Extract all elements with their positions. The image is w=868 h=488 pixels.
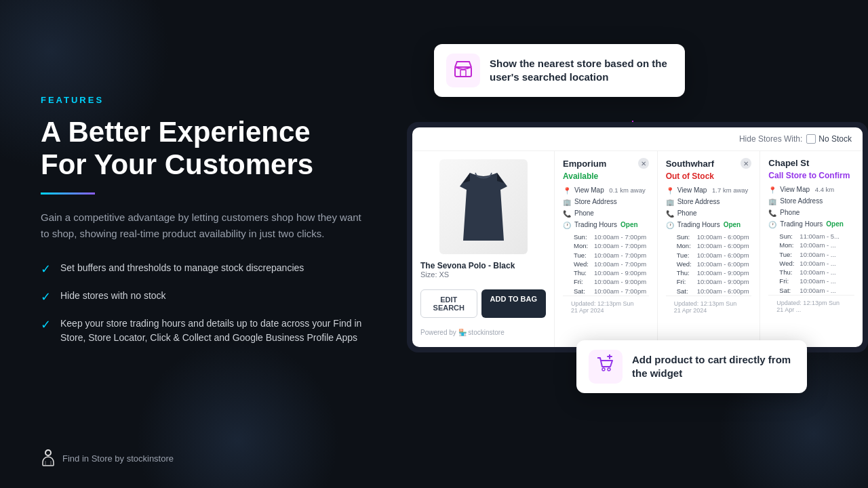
check-icon-2: ✓ <box>41 289 51 304</box>
product-section: The Sevona Polo - Black Size: XS EDIT SE… <box>412 151 555 347</box>
store-map-row-chapelst: 📍 View Map 4.4 km <box>768 186 854 194</box>
clock-icon-chapelst: 🕐 <box>768 221 776 228</box>
no-stock-checkbox[interactable] <box>806 134 816 144</box>
feature-item-2: ✓ Hide stores with no stock <box>41 289 366 304</box>
store-header-emporium: Emporium ✕ <box>563 158 649 169</box>
edit-search-button[interactable]: EDIT SEARCH <box>420 289 477 318</box>
store-dist-southwharf: 1.7 km away <box>710 186 748 194</box>
building-icon-emporium: 🏢 <box>563 199 571 206</box>
widget-content: The Sevona Polo - Black Size: XS EDIT SE… <box>412 151 863 347</box>
store-addr-row-chapelst: 🏢 Store Address <box>768 197 854 205</box>
store-addr-row-emporium: 🏢 Store Address <box>563 198 649 206</box>
store-hours-detail-emporium: Sun:10:00am - 7:00pm Mon:10:00am - 7:00p… <box>563 232 649 296</box>
map-icon-emporium: 📍 <box>563 187 571 195</box>
product-image <box>439 159 528 254</box>
store-dist-emporium: 0.1 km away <box>608 186 646 194</box>
callout-top-icon-box <box>446 54 480 87</box>
left-panel: FEATURES A Better Experience For Your Cu… <box>41 95 366 345</box>
check-icon-3: ✓ <box>41 317 51 332</box>
callout-bottom-icon-box <box>589 350 623 384</box>
store-name-southwharf: Southwharf <box>666 159 715 169</box>
phone-icon-southwharf: 📞 <box>666 210 674 218</box>
store-map-southwharf[interactable]: View Map <box>677 186 707 194</box>
store-phone-southwharf: Phone <box>677 209 697 217</box>
feature-text-2: Hide stores with no stock <box>60 289 166 303</box>
store-updated-emporium: Updated: 12:13pm Sun 21 Apr 2024 <box>563 296 649 319</box>
store-icon <box>454 59 473 82</box>
store-phone-row-emporium: 📞 Phone <box>563 209 649 218</box>
bottom-logo: Find in Store by stockinstore <box>41 447 174 469</box>
product-info: The Sevona Polo - Black Size: XS <box>420 261 546 279</box>
store-col-southwharf: Southwharf ✕ Out of Stock 📍 View Map 1.7… <box>658 151 761 347</box>
callout-top: Show the nearest store based on the user… <box>434 44 685 97</box>
powered-by: Powered by 🏪 stockinstore <box>420 325 546 339</box>
store-hours-label-emporium: Trading Hours <box>574 221 617 228</box>
logo-icon <box>41 447 56 469</box>
store-phone-row-chapelst: 📞 Phone <box>768 209 854 217</box>
store-map-emporium[interactable]: View Map <box>574 186 604 194</box>
widget-inner: Hide Stores With: No Stock <box>412 127 863 347</box>
clock-icon-emporium: 🕐 <box>563 222 571 229</box>
feature-item-3: ✓ Keep your store trading hours and deta… <box>41 317 366 345</box>
feature-text-1: Set buffers and thresholds to manage sto… <box>60 261 304 275</box>
svg-point-0 <box>45 450 51 455</box>
cart-icon <box>595 354 616 379</box>
store-addr-emporium: Store Address <box>574 198 617 205</box>
store-map-row-southwharf: 📍 View Map 1.7 km away <box>666 186 752 195</box>
callout-bottom: Add product to cart directly from the wi… <box>576 340 807 393</box>
store-map-chapelst[interactable]: View Map <box>780 186 810 193</box>
widget-window: Hide Stores With: No Stock <box>407 122 868 352</box>
store-hours-row-southwharf: 🕐 Trading Hours Open <box>666 221 752 229</box>
store-updated-southwharf: Updated: 12:13pm Sun 21 Apr 2024 <box>666 296 752 319</box>
store-updated-chapelst: Updated: 12:13pm Sun 21 Apr ... <box>768 295 854 319</box>
store-name-emporium: Emporium <box>563 159 606 169</box>
store-status-southwharf: Out of Stock <box>666 171 752 181</box>
store-addr-southwharf: Store Address <box>677 198 720 205</box>
callout-bottom-text: Add product to cart directly from the wi… <box>632 353 795 381</box>
stores-section: Emporium ✕ Available 📍 View Map 0.1 km a… <box>555 151 863 347</box>
button-row: EDIT SEARCH ADD TO BAG <box>420 289 546 318</box>
store-phone-row-southwharf: 📞 Phone <box>666 209 752 218</box>
hide-stores-label: Hide Stores With: <box>739 134 802 144</box>
feature-list: ✓ Set buffers and thresholds to manage s… <box>41 261 366 345</box>
widget-header: Hide Stores With: No Stock <box>412 127 863 151</box>
store-hours-label-southwharf: Trading Hours <box>677 221 720 228</box>
close-store-emporium[interactable]: ✕ <box>638 158 649 169</box>
building-icon-chapelst: 🏢 <box>768 198 776 205</box>
heading-divider <box>41 192 95 195</box>
store-name-chapelst: Chapel St <box>768 158 809 168</box>
store-status-emporium: Available <box>563 171 649 181</box>
main-heading: A Better Experience For Your Customers <box>41 116 366 182</box>
store-hours-label-chapelst: Trading Hours <box>780 220 823 228</box>
store-dist-chapelst: 4.4 km <box>813 186 834 193</box>
svg-rect-2 <box>460 70 466 77</box>
close-store-southwharf[interactable]: ✕ <box>741 158 751 169</box>
feature-text-3: Keep your store trading hours and detail… <box>60 317 366 345</box>
phone-icon-emporium: 📞 <box>563 210 571 218</box>
map-icon-chapelst: 📍 <box>768 186 776 194</box>
store-col-emporium: Emporium ✕ Available 📍 View Map 0.1 km a… <box>555 151 658 347</box>
clock-icon-southwharf: 🕐 <box>666 222 674 229</box>
store-hours-detail-chapelst: Sun:11:00am - 5... Mon:10:00am - ... Tue… <box>768 232 854 295</box>
phone-icon-chapelst: 📞 <box>768 209 776 217</box>
logo-text: Find in Store by stockinstore <box>62 453 174 464</box>
features-label: FEATURES <box>41 95 366 105</box>
right-panel: Show the nearest store based on the user… <box>407 81 868 352</box>
store-hours-detail-southwharf: Sun:10:00am - 6:00pm Mon:10:00am - 6:00p… <box>666 232 752 296</box>
store-map-row-emporium: 📍 View Map 0.1 km away <box>563 186 649 195</box>
svg-point-4 <box>608 368 610 371</box>
store-hours-row-emporium: 🕐 Trading Hours Open <box>563 221 649 229</box>
check-icon-1: ✓ <box>41 262 51 277</box>
product-name: The Sevona Polo - Black <box>420 261 546 270</box>
store-hours-open-chapelst: Open <box>826 220 844 228</box>
add-to-bag-button[interactable]: ADD TO BAG <box>481 289 546 318</box>
product-size: Size: XS <box>420 270 546 279</box>
no-stock-label: No Stock <box>818 134 852 144</box>
store-phone-emporium: Phone <box>574 209 594 217</box>
store-hours-open-emporium: Open <box>620 221 638 228</box>
svg-point-3 <box>602 368 605 371</box>
store-phone-chapelst: Phone <box>780 209 800 216</box>
store-addr-row-southwharf: 🏢 Store Address <box>666 198 752 206</box>
building-icon-southwharf: 🏢 <box>666 199 674 206</box>
store-header-chapelst: Chapel St <box>768 158 854 168</box>
